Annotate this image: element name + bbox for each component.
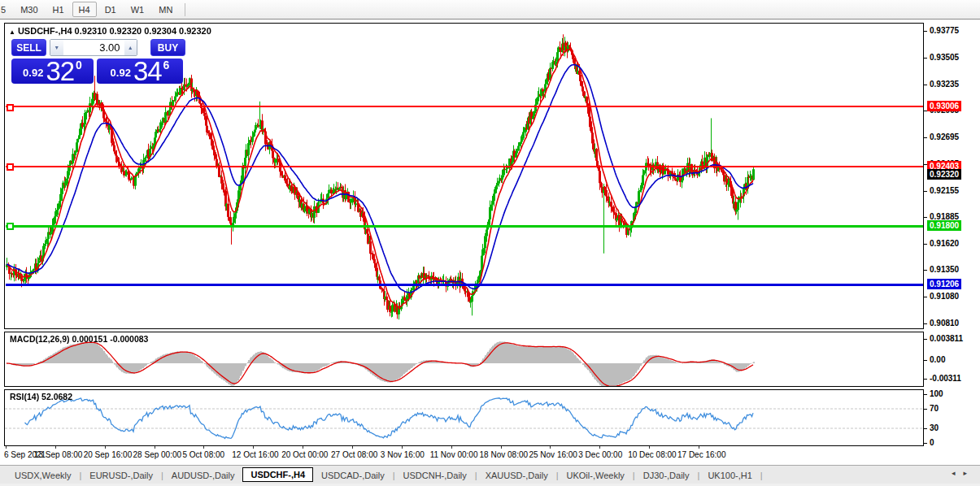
tab-usdcnh-daily[interactable]: USDCNH-,Daily (395, 468, 475, 483)
rsi-axis-label: 30 (930, 423, 939, 432)
time-tick-label: 12 Oct 16:00 (232, 450, 278, 459)
axis-tick (924, 217, 927, 218)
sell-price-display[interactable]: 0.92320 (11, 59, 94, 84)
hline-handle[interactable] (7, 223, 14, 230)
axis-tick (924, 58, 927, 59)
tab-xauusd-daily[interactable]: XAUUSD-,Daily (477, 468, 556, 483)
tab-usdx-weekly[interactable]: USDX,Weekly (7, 468, 79, 483)
time-tick-label: 11 Nov 00:00 (430, 450, 478, 459)
time-tick (303, 446, 303, 449)
timeframe-button-d1[interactable]: D1 (98, 2, 123, 17)
axis-tick (924, 297, 927, 297)
rsi-canvas (5, 390, 923, 445)
time-tick (155, 446, 155, 449)
buy-button[interactable]: BUY (150, 39, 185, 56)
time-tick (649, 446, 650, 449)
tab-usdcad-daily[interactable]: USDCAD-,Daily (313, 468, 393, 483)
timeframe-button-mn[interactable]: MN (152, 2, 179, 17)
hline-handle[interactable] (7, 104, 14, 111)
price-tick-label: 0.93505 (930, 53, 959, 62)
time-tick-label: 20 Sep 16:00 (84, 450, 133, 459)
axis-tick (924, 31, 927, 32)
mt4-window: 5M30H1H4D1W1MN ▲USDCHF-,H4 0.92310 0.923… (0, 0, 980, 486)
buy-price-big: 34 (133, 61, 162, 82)
horizontal-level-line[interactable] (6, 284, 923, 286)
ohlc-values: 0.92310 0.92320 0.92304 0.92320 (75, 26, 211, 36)
chart-tabs: USDX,Weekly|EURUSD-,Daily|AUDUSD-,DailyU… (0, 466, 763, 484)
time-tick (550, 446, 551, 449)
one-click-trading-panel: SELL ▾ ▴ BUY 0.92320 0.92346 (11, 39, 185, 84)
timeframe-button-w1[interactable]: W1 (124, 2, 151, 17)
price-pane: ▲USDCHF-,H4 0.92310 0.92320 0.92304 0.92… (4, 23, 924, 329)
sell-price-prefix: 0.92 (23, 67, 43, 79)
buy-price-sup: 6 (163, 59, 170, 72)
horizontal-level-line[interactable] (6, 106, 923, 107)
volume-input[interactable] (63, 40, 124, 55)
timeframe-button-h1[interactable]: H1 (46, 2, 71, 17)
time-tick-label: 3 Nov 16:00 (381, 450, 425, 459)
macd-label: MACD(12,26,9) 0.000151 -0.000083 (10, 334, 148, 344)
axis-tick (924, 137, 927, 138)
tab-usdchf-h4[interactable]: USDCHF-,H4 (242, 467, 313, 482)
macd-axis-label: 0.003811 (930, 334, 963, 343)
timeframe-toolbar: 5M30H1H4D1W1MN (0, 0, 980, 20)
axis-tick (924, 339, 927, 340)
tab-eurusd-daily[interactable]: EURUSD-,Daily (81, 468, 161, 483)
axis-tick (924, 409, 927, 410)
rsi-axis-label: 70 (930, 404, 939, 413)
axis-tick (924, 85, 927, 85)
time-tick-label: 28 Sep 00:00 (133, 450, 182, 459)
tab-audusd-daily[interactable]: AUDUSD-,Daily (163, 468, 243, 483)
horizontal-level-line[interactable] (6, 166, 923, 167)
axis-tick (924, 443, 927, 444)
timeframe-button-5[interactable]: 5 (0, 2, 12, 17)
sell-price-big: 32 (46, 61, 74, 82)
time-axis: 6 Sep 202113 Sep 08:0020 Sep 16:0028 Sep… (4, 446, 931, 464)
time-tick (6, 446, 7, 449)
tab-dj30-daily[interactable]: DJ30-,Daily (635, 468, 698, 483)
price-tick-label: 0.91620 (930, 239, 959, 248)
rsi-label: RSI(14) 52.0682 (10, 392, 72, 401)
price-tick-label: 0.92695 (930, 132, 959, 141)
macd-axis-label: 0.00 (930, 355, 945, 364)
timeframe-button-m30[interactable]: M30 (14, 2, 44, 17)
sell-price-sup: 0 (76, 59, 82, 72)
timeframe-button-h4[interactable]: H4 (72, 2, 97, 17)
tab-ukoil-weekly[interactable]: UKOil-,Weekly (559, 468, 633, 483)
volume-decrease-button[interactable]: ▾ (50, 40, 63, 55)
macd-pane: MACD(12,26,9) 0.000151 -0.000083 (4, 332, 924, 387)
buy-price-prefix: 0.92 (111, 67, 131, 79)
time-tick (55, 446, 56, 449)
tab-uk100-h1[interactable]: UK100-,H1 (699, 468, 760, 483)
time-tick-label: 25 Nov 16:00 (529, 450, 577, 459)
axis-tick (924, 270, 927, 271)
volume-spinner: ▾ ▴ (50, 39, 137, 56)
symbol-arrow-icon: ▲ (9, 28, 15, 36)
quote-header: ▲USDCHF-,H4 0.92310 0.92320 0.92304 0.92… (9, 26, 211, 36)
hline-handle[interactable] (7, 163, 14, 171)
price-tick-label: 0.90810 (930, 319, 959, 328)
axis-tick (924, 379, 927, 380)
tab-separator: | (760, 471, 763, 480)
volume-increase-button[interactable]: ▴ (124, 40, 137, 55)
chart-workspace: ▲USDCHF-,H4 0.92310 0.92320 0.92304 0.92… (0, 20, 980, 465)
axis-tick (924, 323, 927, 324)
horizontal-level-line[interactable] (6, 225, 923, 228)
time-tick (501, 446, 502, 449)
buy-price-display[interactable]: 0.92346 (97, 59, 183, 84)
time-tick-label: 10 Dec 08:00 (628, 450, 677, 459)
axis-tick (924, 428, 927, 429)
price-tick-label: 0.92155 (930, 186, 959, 195)
rsi-pane: RSI(14) 52.0682 (4, 389, 924, 446)
time-tick-label: 5 Oct 08:00 (182, 450, 224, 459)
time-tick (352, 446, 353, 449)
axis-tick (924, 191, 927, 192)
symbol-label: USDCHF-,H4 (18, 26, 72, 36)
chart-tabs-bar: USDX,Weekly|EURUSD-,Daily|AUDUSD-,DailyU… (0, 465, 980, 484)
hline-price-label: 0.91206 (927, 279, 961, 289)
time-tick-label: 13 Sep 08:00 (34, 450, 83, 459)
time-tick (105, 446, 106, 449)
sell-button[interactable]: SELL (11, 39, 46, 56)
time-tick-label: 17 Dec 16:00 (677, 450, 726, 459)
current-price-label: 0.92320 (927, 169, 961, 180)
